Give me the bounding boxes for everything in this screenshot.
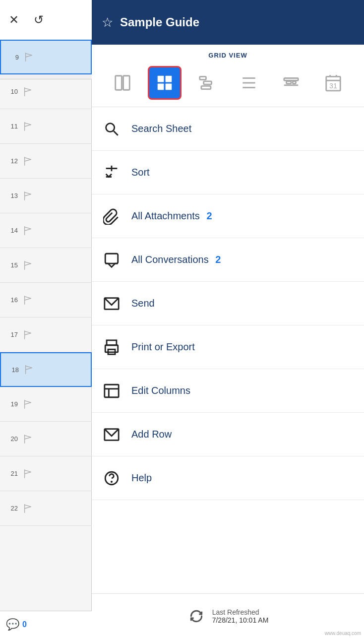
- menu-item-edit-columns[interactable]: Edit Columns: [92, 369, 364, 413]
- flag-icon: [21, 432, 35, 446]
- chat-icon: 💬: [6, 618, 19, 631]
- svg-rect-2: [158, 76, 164, 82]
- view-icon-list[interactable]: [232, 66, 266, 100]
- paperclip-icon: [102, 206, 121, 226]
- table-row[interactable]: 9: [0, 40, 92, 74]
- svg-rect-13: [286, 81, 291, 84]
- table-row[interactable]: 10: [0, 74, 92, 109]
- menu-label-print: Print or Export: [131, 341, 195, 353]
- svg-rect-8: [201, 86, 211, 89]
- svg-text:31: 31: [329, 82, 337, 90]
- email2-icon: [102, 425, 121, 445]
- menu-item-conversations[interactable]: All Conversations 2: [92, 238, 364, 282]
- view-icon-calendar[interactable]: 31: [316, 66, 350, 100]
- print-icon: [102, 337, 121, 357]
- flag-icon: [21, 224, 35, 238]
- table-row[interactable]: 21: [0, 456, 92, 491]
- sheet-rows: 9 10 11 12 13: [0, 40, 92, 526]
- top-controls: ✕ ↺: [0, 0, 92, 40]
- menu-badge-conversations: 2: [213, 254, 221, 265]
- close-button[interactable]: ✕: [9, 13, 19, 27]
- table-row[interactable]: 11: [0, 109, 92, 144]
- table-row[interactable]: 20: [0, 422, 92, 456]
- view-selector: GRID VIEW 31: [92, 45, 364, 107]
- footer-refresh-icon[interactable]: [187, 607, 205, 625]
- menu-item-search[interactable]: Search Sheet: [92, 107, 364, 151]
- menu-label-send: Send: [131, 298, 155, 309]
- row-number: 18: [5, 366, 19, 374]
- menu-item-help[interactable]: Help: [92, 456, 364, 500]
- background-sheet: ✕ ↺ Hot 9 10 11 12: [0, 0, 92, 638]
- chat-count: 0: [22, 620, 27, 629]
- columns-icon: [102, 381, 121, 401]
- refresh-button[interactable]: ↺: [34, 13, 44, 27]
- flag-icon: [21, 85, 35, 99]
- row-number: 16: [4, 296, 18, 304]
- row-number: 20: [4, 435, 18, 443]
- view-icons-row: 31: [102, 66, 354, 100]
- svg-rect-30: [105, 384, 119, 397]
- menu-label-help: Help: [131, 472, 152, 484]
- menu-label-attachments: All Attachments 2: [131, 210, 212, 222]
- view-icon-gantt[interactable]: [190, 66, 224, 100]
- panel-header: ☆ Sample Guide: [92, 0, 364, 45]
- menu-list: Search Sheet Sort All Attachments 2 All …: [92, 107, 364, 593]
- menu-item-sort[interactable]: Sort: [92, 151, 364, 194]
- table-row[interactable]: 14: [0, 213, 92, 248]
- flag-icon: [21, 120, 35, 133]
- chat-icon: [102, 250, 121, 270]
- svg-rect-1: [123, 76, 130, 90]
- panel-footer: Last Refreshed 7/28/21, 10:01 AM: [92, 593, 364, 638]
- table-row[interactable]: 19: [0, 387, 92, 422]
- menu-label-conversations: All Conversations 2: [131, 254, 221, 265]
- row-number: 19: [4, 400, 18, 408]
- menu-item-print[interactable]: Print or Export: [92, 325, 364, 369]
- footer-refresh-date: 7/28/21, 10:01 AM: [212, 616, 269, 624]
- help-icon: [102, 468, 121, 488]
- table-row[interactable]: 22: [0, 491, 92, 526]
- view-label: GRID VIEW: [102, 52, 354, 59]
- footer-refresh-label: Last Refreshed: [212, 608, 269, 616]
- svg-rect-0: [116, 76, 122, 90]
- row-number: 12: [4, 157, 18, 165]
- row-number: 10: [4, 88, 18, 95]
- menu-badge-attachments: 2: [204, 210, 212, 221]
- flag-icon: [21, 502, 35, 515]
- table-row[interactable]: 16: [0, 283, 92, 318]
- email-icon: [102, 294, 121, 314]
- menu-item-add-row[interactable]: Add Row: [92, 413, 364, 456]
- row-number: 9: [5, 54, 19, 61]
- menu-item-attachments[interactable]: All Attachments 2: [92, 194, 364, 238]
- view-icon-timeline[interactable]: [274, 66, 308, 100]
- menu-item-send[interactable]: Send: [92, 282, 364, 325]
- table-row[interactable]: 12: [0, 144, 92, 179]
- row-number: 13: [4, 192, 18, 199]
- table-row[interactable]: 15: [0, 248, 92, 283]
- star-icon[interactable]: ☆: [102, 15, 113, 30]
- svg-rect-12: [284, 78, 298, 81]
- table-row[interactable]: 17: [0, 318, 92, 352]
- view-icon-grid[interactable]: [148, 66, 182, 100]
- svg-point-21: [106, 123, 115, 131]
- menu-label-search: Search Sheet: [131, 123, 191, 134]
- watermark: www.deuaq.com: [325, 631, 361, 636]
- menu-label-sort: Sort: [131, 167, 150, 178]
- panel-title: Sample Guide: [120, 15, 199, 29]
- flag-icon: [22, 50, 36, 64]
- flag-icon: [21, 328, 35, 342]
- row-number: 11: [4, 123, 18, 130]
- row-number: 17: [4, 331, 18, 338]
- view-icon-card[interactable]: [106, 66, 139, 100]
- svg-rect-4: [158, 84, 164, 90]
- table-row[interactable]: 13: [0, 179, 92, 213]
- footer-text: Last Refreshed 7/28/21, 10:01 AM: [212, 608, 269, 624]
- svg-rect-7: [204, 81, 212, 84]
- svg-rect-3: [166, 76, 172, 82]
- flag-icon: [21, 154, 35, 168]
- flag-icon: [21, 293, 35, 307]
- table-row[interactable]: 18: [0, 352, 92, 387]
- flag-icon: [21, 397, 35, 411]
- menu-label-edit-columns: Edit Columns: [131, 385, 190, 396]
- svg-rect-6: [200, 76, 206, 79]
- flag-icon: [21, 258, 35, 272]
